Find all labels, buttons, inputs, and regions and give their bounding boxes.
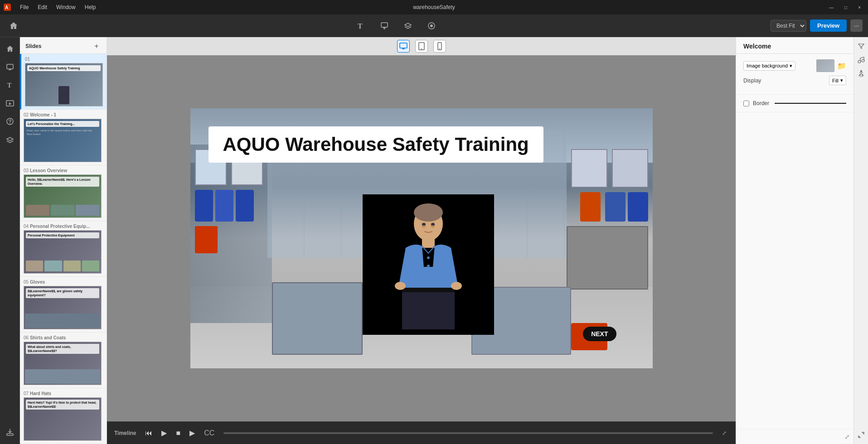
thumb-img-block-1 (26, 205, 49, 216)
timeline-stop-button[interactable]: ■ (174, 427, 182, 439)
toolbar-center: T (353, 18, 440, 34)
image-background-dropdown[interactable]: Image background ▾ (743, 61, 795, 71)
slide-thumb-imgs-03 (26, 205, 99, 216)
slide-item-07[interactable]: 07 Hard Hats Hard Hats? Yup! It's time t… (20, 388, 107, 444)
browse-file-button[interactable]: 📁 (837, 62, 846, 70)
thumb-img-block-2 (51, 205, 74, 216)
timeline-track[interactable] (223, 432, 713, 434)
sidebar-slides-button[interactable] (2, 59, 18, 75)
text-tool-button[interactable]: T (353, 18, 369, 34)
accessibility-icon (858, 70, 865, 77)
thumb-img-block-04-4 (82, 261, 99, 271)
slide-title-text: AQUO Warehouse Safety Training (223, 134, 529, 155)
slide-item-02[interactable]: 02 Welcome - 1 Let's Personalize the Tra… (20, 110, 107, 165)
border-section: Border (736, 95, 853, 112)
timeline-play-from-button[interactable]: ▶ (188, 427, 197, 439)
home-icon (9, 21, 18, 30)
display-label: Display (743, 77, 761, 84)
svg-text:A: A (5, 5, 8, 10)
add-slide-button[interactable]: + (92, 42, 101, 51)
thumb-img-block-3 (76, 205, 99, 216)
timeline-label: Timeline (114, 430, 136, 436)
sidebar-quiz-icon (6, 117, 14, 125)
close-button[interactable]: × (854, 3, 864, 12)
record-icon (427, 22, 436, 30)
slide-thumb-text-03: Hello, $$LearnerName$$. Here's a Lesson … (26, 177, 99, 187)
slide-num-02: 02 Welcome - 1 (24, 112, 103, 117)
menu-help[interactable]: Help (81, 3, 100, 11)
more-options-button[interactable]: ··· (850, 19, 863, 32)
far-right-resize-button[interactable] (856, 430, 867, 440)
slides-panel: Slides + 01 AQUO Warehouse Safety Traini… (20, 37, 107, 444)
next-button-slide[interactable]: NEXT (583, 327, 616, 341)
slide-thumb-06: What about shirts and coats, $$LearnerNa… (24, 342, 102, 385)
sidebar-quiz-button[interactable] (2, 113, 18, 130)
svg-text:T: T (7, 82, 12, 89)
slide-item-01[interactable]: 01 AQUO Warehouse Safety Training (20, 54, 107, 110)
slides-title: Slides (25, 43, 41, 49)
preview-button[interactable]: Preview (810, 19, 847, 32)
slide-thumb-text-07: Hard Hats? Yup! It's time to protect tha… (26, 400, 99, 410)
sidebar-media-button[interactable] (2, 95, 18, 111)
far-right-accessibility-button[interactable] (856, 68, 867, 79)
border-row: Border (743, 100, 846, 106)
border-checkbox[interactable] (743, 101, 749, 106)
insert-icon (380, 22, 388, 30)
timeline-captions-button[interactable]: CC (202, 427, 216, 439)
svg-point-15 (439, 48, 440, 49)
slide-item-06[interactable]: 06 Shirts and Coats What about shirts an… (20, 333, 107, 388)
sidebar-export-icon (6, 428, 14, 436)
slide-thumb-05: $$LearnerName$$, are gloves safety equip… (24, 286, 102, 329)
toolbar-right: Best Fit Preview ··· (771, 19, 863, 32)
main-toolbar: T Best Fit Preview ··· (0, 14, 868, 37)
far-right-filter-button[interactable] (856, 41, 867, 52)
display-fill-value: Fill (832, 78, 839, 83)
sidebar-layers-icon (6, 135, 14, 144)
window-controls: — □ × (825, 3, 864, 12)
mobile-view-button[interactable] (433, 40, 446, 53)
display-fill-dropdown[interactable]: Fill ▾ (829, 76, 846, 85)
border-label: Border (753, 100, 769, 106)
slide-item-03[interactable]: 03 Lesson Overview Hello, $$LearnerName$… (20, 165, 107, 221)
minimize-button[interactable]: — (825, 3, 837, 12)
sidebar-layers-button[interactable] (2, 131, 18, 148)
menu-file[interactable]: File (16, 3, 32, 11)
svg-point-20 (427, 265, 430, 267)
slide-item-04[interactable]: 04 Personal Protective Equip... Personal… (20, 221, 107, 277)
desktop-view-button[interactable] (397, 40, 410, 53)
device-toolbar (107, 37, 736, 55)
layers-button[interactable] (400, 18, 416, 34)
sidebar-export-button[interactable] (2, 424, 18, 440)
slide-item-05[interactable]: 05 Gloves $$LearnerName$$, are gloves sa… (20, 277, 107, 333)
image-background-label: Image background (747, 63, 788, 68)
far-right-audio-button[interactable] (856, 54, 867, 65)
sidebar-home-button[interactable] (2, 41, 18, 57)
sidebar-text-button[interactable]: T (2, 77, 18, 93)
timeline-skip-back-button[interactable]: ⏮ (143, 427, 154, 439)
svg-point-28 (431, 223, 435, 226)
timeline-resize-button[interactable]: ⤢ (720, 428, 728, 438)
svg-point-13 (421, 48, 422, 49)
timeline-play-button[interactable]: ▶ (160, 427, 169, 439)
slide-thumb-03: Hello, $$LearnerName$$. Here's a Lesson … (24, 174, 102, 218)
insert-button[interactable] (376, 18, 393, 34)
maximize-button[interactable]: □ (841, 3, 851, 12)
image-background-row: Image background ▾ 📁 (743, 59, 846, 72)
menu-edit[interactable]: Edit (34, 3, 51, 11)
thumb-img-block-04-2 (44, 261, 62, 271)
menu-window[interactable]: Window (53, 3, 79, 11)
home-button[interactable] (5, 18, 22, 34)
props-resize-button[interactable]: ⤢ (844, 433, 850, 440)
timeline-controls: ⏮ ▶ ■ ▶ CC (143, 427, 216, 439)
tablet-view-button[interactable] (415, 40, 428, 53)
svg-point-24 (451, 282, 462, 290)
far-right-bottom (856, 430, 867, 440)
slide-thumb-subtext-02: Enter your name in the space below and t… (26, 128, 99, 137)
props-empty-space (736, 112, 853, 429)
best-fit-select[interactable]: Best Fit (771, 20, 806, 32)
slide-thumb-text-02: Let's Personalize the Training... (26, 121, 99, 127)
record-button[interactable] (423, 18, 440, 34)
svg-rect-6 (7, 64, 13, 69)
svg-rect-11 (400, 43, 407, 48)
svg-rect-18 (422, 239, 435, 248)
